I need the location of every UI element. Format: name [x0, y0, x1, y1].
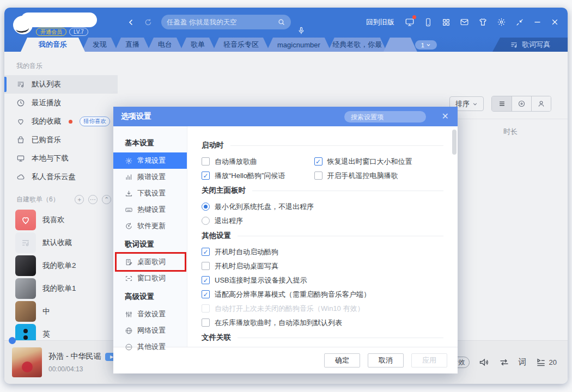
play-queue-button[interactable]: 20: [536, 357, 557, 368]
option-auto-add-default-list[interactable]: ✓ 在乐库播放歌曲时，自动添加到默认列表: [202, 318, 443, 327]
option-usb-prompt[interactable]: ✓ USB连接时显示设备接入提示: [202, 275, 443, 285]
nav-item-network[interactable]: 网络设置: [113, 322, 187, 339]
refresh-icon[interactable]: [144, 18, 153, 27]
option-exit-program[interactable]: 退出程序: [202, 216, 443, 225]
checkbox-unchecked[interactable]: ✓: [202, 318, 210, 327]
dialog-header[interactable]: 选项设置 ✕: [113, 107, 458, 126]
nav-item-other[interactable]: 其他设置: [113, 339, 187, 355]
option-autoplay[interactable]: ✓ 自动播放歌曲: [202, 157, 314, 166]
tab-live[interactable]: 直播: [114, 38, 150, 52]
dialog-close-icon[interactable]: ✕: [442, 111, 449, 121]
option-hidpi-mode[interactable]: ✓ 适配高分辨率屏幕模式（需重启酷狗音乐客户端）: [202, 290, 443, 299]
new-content-dot: [69, 120, 72, 124]
back-to-old-version-link[interactable]: 回到旧版: [366, 17, 394, 27]
nav-item-spectrum[interactable]: 频谱设置: [113, 169, 187, 185]
nav-item-download[interactable]: 下载设置: [113, 185, 187, 201]
settings-gear-icon[interactable]: [497, 17, 506, 27]
search-icon[interactable]: [277, 18, 285, 26]
close-icon[interactable]: [551, 18, 559, 26]
sidebar-item-local-downloads[interactable]: 本地与下载: [4, 149, 118, 168]
checkbox-unchecked[interactable]: ✓: [202, 262, 210, 270]
checkbox-checked[interactable]: ✓: [202, 248, 210, 256]
playlist-item-chinese[interactable]: 中: [4, 300, 118, 323]
checkbox-unchecked[interactable]: ✓: [314, 171, 322, 180]
option-desktop-photo-start[interactable]: ✓ 开机时启动桌面写真: [202, 261, 443, 271]
playlist-item-english[interactable]: 英: [4, 323, 118, 340]
mini-mode-icon[interactable]: [515, 18, 524, 27]
nav-item-hotkey[interactable]: 热键设置: [113, 201, 187, 218]
option-hello-greeting[interactable]: ✓ 播放“Hello酷狗”问候语: [202, 171, 314, 180]
tab-radio[interactable]: 电台: [147, 38, 183, 52]
tab-magicnumber[interactable]: magicnumber: [266, 38, 331, 52]
checkbox-unchecked[interactable]: ✓: [202, 157, 210, 166]
checkbox-checked[interactable]: ✓: [202, 276, 210, 284]
lyrics-photo-icon: [510, 41, 518, 49]
skin-theme-icon[interactable]: [478, 17, 488, 27]
tab-classic-songs[interactable]: 经典老歌，你最: [328, 38, 387, 52]
playlist-item-liked[interactable]: 我喜欢: [4, 209, 118, 231]
tab-my-music[interactable]: 我的音乐: [21, 38, 85, 52]
checkbox-checked[interactable]: ✓: [202, 171, 210, 180]
mail-icon[interactable]: [460, 17, 469, 27]
vip-badge[interactable]: 开通会员: [36, 28, 66, 36]
nav-item-desktop-lyrics[interactable]: 桌面歌词: [113, 254, 187, 270]
radio-selected[interactable]: [202, 203, 210, 211]
album-art[interactable]: [12, 347, 42, 377]
dialog-scrollbar[interactable]: [452, 130, 457, 155]
option-phone-remote[interactable]: ✓ 开启手机遥控电脑播歌: [314, 171, 443, 180]
sidebar-item-default-list[interactable]: 默认列表: [4, 75, 118, 94]
tab-counter-dropdown[interactable]: 1: [415, 40, 437, 50]
tab-blank[interactable]: [384, 38, 417, 52]
option-restore-window[interactable]: ✓ 恢复退出时窗口大小和位置: [314, 157, 443, 166]
spectrum-icon: [125, 173, 133, 181]
album-view-button[interactable]: [512, 96, 531, 111]
nav-item-window-lyrics[interactable]: 窗口歌词: [113, 270, 187, 286]
sidebar-item-recent[interactable]: 最近播放: [4, 94, 118, 112]
settings-search-input[interactable]: [351, 113, 419, 121]
option-autostart[interactable]: ✓ 开机时自动启动酷狗: [202, 247, 443, 256]
progress-handle[interactable]: [9, 337, 16, 344]
level-badge[interactable]: LV.7: [69, 28, 88, 36]
playlist-item-2[interactable]: 我的歌单2: [4, 254, 118, 277]
volume-icon[interactable]: [478, 357, 490, 368]
music-identify-icon[interactable]: [296, 26, 306, 36]
settings-search-box[interactable]: [344, 111, 426, 122]
tab-lyrics-photo[interactable]: 歌词写真: [492, 38, 568, 52]
playback-time: 00:00/04:13: [48, 365, 118, 373]
sidebar-item-purchased[interactable]: 已购音乐: [4, 131, 118, 149]
checkbox-checked[interactable]: ✓: [202, 290, 210, 298]
tab-light-music[interactable]: 轻音乐专区: [212, 38, 270, 52]
nav-item-sound-effect[interactable]: 音效设置: [113, 306, 187, 322]
search-box[interactable]: [161, 15, 291, 29]
cancel-button[interactable]: 取消: [368, 353, 404, 367]
nav-item-update[interactable]: 软件更新: [113, 218, 187, 234]
option-minimize-to-tray[interactable]: 最小化到系统托盘，不退出程序: [202, 202, 443, 211]
playlist-item-1[interactable]: 我的歌单1: [4, 277, 118, 300]
tab-discover[interactable]: 发现: [82, 38, 118, 52]
playlist-item-default-fav[interactable]: 默认收藏: [4, 231, 118, 254]
sidebar-item-favorites[interactable]: 我的收藏 猜你喜欢: [4, 112, 118, 131]
radio-unselected[interactable]: [202, 217, 210, 225]
play-mode-icon[interactable]: [498, 357, 510, 368]
guess-you-like-badge[interactable]: 猜你喜欢: [80, 117, 110, 126]
add-playlist-icon[interactable]: ＋: [75, 195, 84, 204]
search-input[interactable]: [167, 19, 277, 26]
collapse-icon[interactable]: ⌃: [102, 195, 111, 204]
apps-grid-icon[interactable]: [442, 18, 451, 27]
playlist-more-icon[interactable]: ⋯: [88, 195, 98, 204]
notification-dot: [412, 15, 416, 19]
list-view-button[interactable]: [492, 96, 512, 111]
tab-songlist[interactable]: 歌单: [180, 38, 216, 52]
sidebar-item-cloud-disk[interactable]: 私人音乐云盘: [4, 168, 118, 186]
nav-item-general[interactable]: 常规设置: [113, 152, 187, 169]
monitor-projection-icon[interactable]: [405, 17, 415, 27]
song-title[interactable]: 孙浩 - 中华民谣: [48, 352, 101, 362]
back-icon[interactable]: [126, 17, 136, 27]
checkbox-checked[interactable]: ✓: [314, 157, 322, 166]
apply-button[interactable]: 应用: [411, 353, 447, 367]
minimize-icon[interactable]: [533, 18, 541, 26]
ok-button[interactable]: 确定: [324, 353, 360, 367]
lyrics-toggle[interactable]: 词: [519, 357, 527, 367]
artist-view-button[interactable]: [531, 96, 551, 111]
phone-icon[interactable]: [424, 18, 433, 27]
